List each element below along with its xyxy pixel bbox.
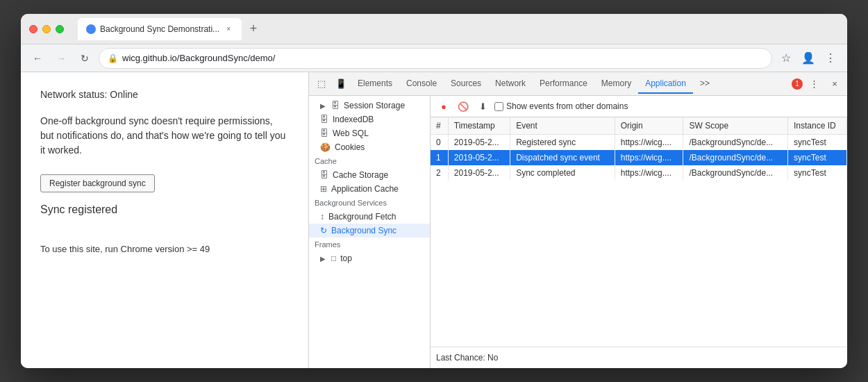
sync-registered-label: Sync registered	[40, 204, 289, 216]
sync-events-table: # Timestamp Event Origin SW Scope Instan…	[431, 117, 847, 181]
table-cell: Registered sync	[510, 135, 615, 151]
sidebar-item-session-storage[interactable]: ▶ 🗄 Session Storage	[309, 99, 430, 113]
tab-elements[interactable]: Elements	[351, 74, 399, 94]
cache-storage-icon: 🗄	[320, 170, 328, 180]
storage-icon: 🗄	[331, 101, 340, 110]
reload-button[interactable]: ↻	[75, 49, 94, 68]
tab-favicon	[86, 24, 96, 34]
app-cache-icon: ⊞	[320, 184, 327, 194]
devtools-inspect-icon[interactable]: ⬚	[312, 74, 331, 94]
tab-memory[interactable]: Memory	[594, 74, 638, 94]
sidebar-item-background-fetch[interactable]: ↕ Background Fetch	[309, 210, 430, 224]
table-cell: /BackgroundSync/de...	[683, 135, 788, 151]
sidebar-item-websql[interactable]: 🗄 Web SQL	[309, 126, 430, 140]
panel-toolbar: ● 🚫 ⬇ Show events from other domains	[431, 96, 847, 117]
sidebar-item-background-sync[interactable]: ↻ Background Sync	[309, 224, 430, 238]
maximize-button[interactable]	[56, 25, 64, 33]
table-cell: https://wicg....	[615, 135, 683, 151]
devtools-body: ▶ 🗄 Session Storage 🗄 IndexedDB 🗄 Web SQ…	[309, 96, 847, 368]
clear-button[interactable]: 🚫	[456, 99, 471, 114]
col-header-origin: Origin	[615, 117, 683, 135]
address-bar[interactable]: 🔒 wicg.github.io/BackgroundSync/demo/	[99, 48, 772, 69]
new-tab-button[interactable]: +	[244, 20, 262, 38]
expand-icon: ▶	[320, 102, 326, 110]
last-chance-label: Last Chance:	[436, 353, 485, 363]
sidebar-item-indexeddb[interactable]: 🗄 IndexedDB	[309, 113, 430, 126]
tab-close-button[interactable]: ×	[224, 24, 233, 34]
show-events-label: Show events from other domains	[506, 101, 628, 111]
traffic-lights	[29, 25, 64, 33]
network-status: Network status: Online	[40, 89, 289, 100]
sidebar-label: Background Sync	[331, 226, 397, 235]
lock-icon: 🔒	[108, 53, 118, 63]
col-header-event: Event	[510, 117, 615, 135]
table-row[interactable]: 02019-05-2...Registered synchttps://wicg…	[431, 135, 847, 151]
tab-bar: Background Sync Demonstrati... × +	[78, 18, 839, 40]
tab-sources[interactable]: Sources	[444, 74, 488, 94]
title-bar: Background Sync Demonstrati... × +	[21, 14, 847, 44]
table-cell: 2	[431, 165, 448, 181]
sidebar-item-app-cache[interactable]: ⊞ Application Cache	[309, 182, 430, 196]
devtools-main-panel: ● 🚫 ⬇ Show events from other domains	[431, 96, 847, 368]
devtools-close-button[interactable]: ×	[825, 74, 844, 94]
table-cell: 2019-05-2...	[448, 150, 510, 165]
table-cell: https://wicg....	[615, 165, 683, 181]
tab-application[interactable]: Application	[638, 74, 693, 94]
minimize-button[interactable]	[42, 25, 51, 33]
frames-expand-icon: ▶	[320, 255, 326, 263]
indexeddb-icon: 🗄	[320, 115, 328, 124]
table-cell: 2019-05-2...	[448, 135, 510, 151]
chrome-version-text: To use this site, run Chrome version >= …	[40, 244, 289, 254]
cookies-icon: 🍪	[320, 142, 331, 152]
tab-performance[interactable]: Performance	[533, 74, 594, 94]
table-cell: https://wicg....	[615, 150, 683, 165]
sidebar-item-top-frame[interactable]: ▶ □ top	[309, 251, 430, 265]
frames-group-header: Frames	[309, 238, 430, 251]
browser-tab[interactable]: Background Sync Demonstrati... ×	[78, 18, 242, 40]
table-cell: 0	[431, 135, 448, 151]
sidebar-item-cookies[interactable]: 🍪 Cookies	[309, 140, 430, 154]
register-background-sync-button[interactable]: Register background sync	[40, 174, 155, 192]
download-button[interactable]: ⬇	[475, 99, 490, 114]
forward-button[interactable]: →	[51, 49, 71, 68]
devtools-device-icon[interactable]: 📱	[331, 74, 351, 94]
show-events-checkbox[interactable]	[494, 102, 503, 111]
sidebar-item-cache-storage[interactable]: 🗄 Cache Storage	[309, 168, 430, 182]
col-header-sw-scope: SW Scope	[683, 117, 788, 135]
table-cell: /BackgroundSync/de...	[683, 150, 788, 165]
devtools-sidebar: ▶ 🗄 Session Storage 🗄 IndexedDB 🗄 Web SQ…	[309, 96, 431, 368]
devtools-more-button[interactable]: ⋮	[804, 74, 824, 94]
bg-sync-icon: ↻	[320, 226, 327, 235]
sidebar-label: Session Storage	[344, 101, 405, 110]
close-button[interactable]	[29, 25, 37, 33]
sidebar-label: Web SQL	[333, 128, 369, 138]
sidebar-label: Background Fetch	[328, 212, 396, 222]
back-button[interactable]: ←	[28, 49, 47, 68]
table-row[interactable]: 12019-05-2...Dispatched sync eventhttps:…	[431, 150, 847, 165]
table-header-row: # Timestamp Event Origin SW Scope Instan…	[431, 117, 847, 135]
avatar-button[interactable]: 👤	[799, 49, 818, 68]
table-cell: syncTest	[788, 135, 847, 151]
record-button[interactable]: ●	[436, 99, 451, 114]
sync-events-table-container: # Timestamp Event Origin SW Scope Instan…	[431, 117, 847, 347]
bookmark-button[interactable]: ☆	[776, 49, 796, 68]
menu-button[interactable]: ⋮	[821, 49, 840, 68]
col-header-id: #	[431, 117, 448, 135]
table-row[interactable]: 22019-05-2...Sync completedhttps://wicg.…	[431, 165, 847, 181]
web-content: Network status: Online One-off backgroun…	[21, 72, 309, 368]
table-cell: Dispatched sync event	[510, 150, 615, 165]
tab-more[interactable]: >>	[693, 74, 717, 94]
bg-fetch-icon: ↕	[320, 212, 324, 222]
table-cell: /BackgroundSync/de...	[683, 165, 788, 181]
nav-actions: ☆ 👤 ⋮	[776, 49, 840, 68]
tab-console[interactable]: Console	[399, 74, 444, 94]
tab-network[interactable]: Network	[488, 74, 533, 94]
show-events-checkbox-label[interactable]: Show events from other domains	[494, 101, 628, 111]
last-chance-value: No	[487, 353, 498, 363]
websql-icon: 🗄	[320, 128, 328, 138]
table-cell: 1	[431, 150, 448, 165]
last-chance-section: Last Chance: No	[431, 347, 847, 368]
table-cell: syncTest	[788, 150, 847, 165]
table-cell: Sync completed	[510, 165, 615, 181]
devtools-toolbar-actions: 1 ⋮ ×	[792, 74, 844, 94]
